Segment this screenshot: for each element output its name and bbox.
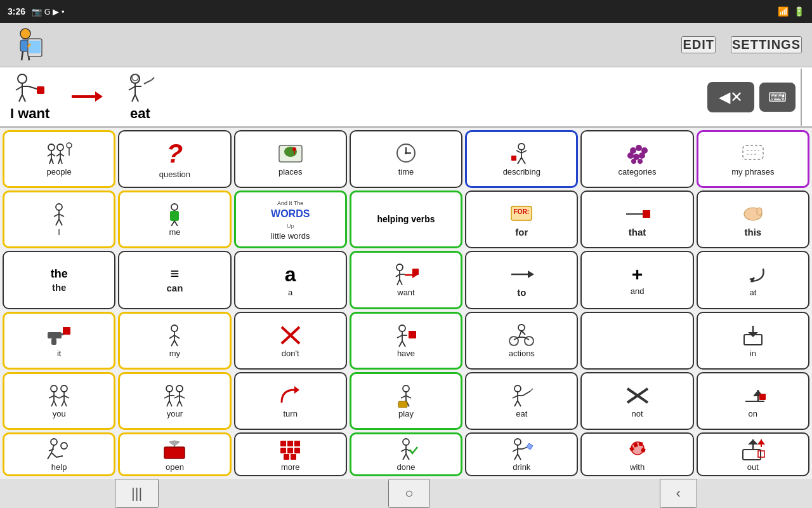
- cell-drink-label: drink: [513, 462, 530, 472]
- cell-i[interactable]: I: [3, 190, 115, 248]
- svg-line-102: [171, 340, 174, 346]
- cell-and[interactable]: + and: [580, 251, 693, 309]
- svg-line-22: [135, 95, 138, 102]
- cell-play[interactable]: play: [350, 372, 462, 430]
- cell-have-label: have: [397, 349, 415, 358]
- svg-line-108: [397, 335, 402, 338]
- cell-dont[interactable]: don't: [234, 312, 347, 370]
- cell-eat-label: eat: [516, 409, 527, 418]
- cell-a[interactable]: a a: [234, 251, 347, 309]
- back-button[interactable]: ‹: [660, 479, 697, 508]
- svg-point-66: [56, 204, 62, 210]
- cell-in[interactable]: in: [697, 312, 809, 370]
- cell-my[interactable]: my: [118, 312, 231, 370]
- svg-rect-5: [29, 41, 41, 53]
- svg-line-53: [521, 157, 525, 164]
- svg-line-35: [60, 154, 64, 156]
- edit-button[interactable]: EDIT: [681, 36, 716, 53]
- svg-line-196: [513, 449, 518, 451]
- svg-line-135: [64, 401, 67, 406]
- svg-point-136: [166, 385, 173, 392]
- cell-for[interactable]: FOR: for: [465, 190, 578, 248]
- cell-more-label: more: [281, 462, 300, 472]
- svg-point-23: [132, 74, 138, 81]
- svg-line-21: [132, 95, 135, 102]
- right-status-icons: 📶 🔋: [778, 6, 804, 17]
- svg-marker-209: [748, 439, 758, 444]
- svg-line-140: [167, 401, 169, 406]
- cell-describing[interactable]: describing: [465, 130, 578, 188]
- delete-button[interactable]: ◀✕: [707, 82, 754, 112]
- cell-this-label: this: [745, 227, 762, 237]
- keyboard-button[interactable]: ⌨: [759, 83, 796, 112]
- cell-turn[interactable]: turn: [234, 372, 347, 430]
- cell-open[interactable]: open: [118, 432, 231, 476]
- svg-point-60: [639, 152, 645, 159]
- sentence-text-3: eat: [130, 105, 150, 122]
- cell-for-label: for: [515, 227, 528, 237]
- svg-line-198: [514, 454, 518, 460]
- cell-actions[interactable]: actions: [465, 312, 578, 370]
- cell-question[interactable]: ? question: [118, 130, 231, 188]
- settings-button[interactable]: SETTINGS: [731, 36, 802, 53]
- svg-line-147: [180, 401, 182, 406]
- cell-the[interactable]: the the: [3, 251, 115, 309]
- cell-people[interactable]: people: [3, 130, 115, 188]
- cell-people-label: people: [47, 167, 72, 177]
- sentence-bar: I want eat ◀✕ ⌨: [0, 67, 812, 128]
- cell-out[interactable]: out: [697, 432, 809, 476]
- svg-line-120: [521, 331, 525, 335]
- cell-time-label: time: [398, 167, 414, 177]
- svg-line-87: [400, 279, 402, 285]
- svg-line-141: [169, 401, 172, 406]
- home-button[interactable]: ○: [388, 479, 429, 508]
- cell-little-words[interactable]: And It The WORDS Up little words: [234, 190, 347, 248]
- cell-it[interactable]: it: [3, 312, 115, 370]
- svg-rect-95: [51, 338, 56, 345]
- cell-this[interactable]: this: [697, 190, 809, 248]
- svg-rect-90: [412, 269, 419, 275]
- cell-want[interactable]: want: [350, 251, 462, 309]
- cell-done[interactable]: done: [350, 432, 462, 476]
- cell-on[interactable]: on: [697, 372, 809, 430]
- recents-button[interactable]: |||: [115, 479, 159, 508]
- svg-marker-212: [757, 439, 765, 444]
- svg-rect-169: [759, 394, 766, 400]
- svg-line-37: [60, 158, 62, 164]
- cell-categories[interactable]: categories: [580, 130, 693, 188]
- svg-line-173: [48, 453, 51, 459]
- cell-help[interactable]: help: [3, 432, 115, 476]
- sentence-word-3[interactable]: eat: [122, 72, 157, 122]
- cell-me[interactable]: me: [118, 190, 231, 248]
- svg-rect-181: [287, 441, 293, 446]
- cell-not[interactable]: not: [580, 372, 693, 430]
- cell-to[interactable]: to: [465, 251, 578, 309]
- svg-point-0: [20, 29, 30, 39]
- cell-with[interactable]: with: [580, 432, 693, 476]
- cell-more[interactable]: more: [234, 432, 347, 476]
- little-words-text: And It The WORDS Up: [271, 198, 310, 230]
- svg-line-29: [51, 154, 55, 156]
- cell-my-phrases[interactable]: my phrases: [697, 130, 809, 188]
- svg-line-52: [518, 157, 521, 164]
- svg-line-129: [54, 401, 56, 406]
- nav-bar: ||| ○ ‹: [0, 479, 812, 508]
- svg-line-133: [64, 396, 69, 398]
- cell-that[interactable]: that: [580, 190, 693, 248]
- cell-you[interactable]: you: [3, 372, 115, 430]
- cell-drink[interactable]: drink: [465, 432, 578, 476]
- sentence-word-1[interactable]: I want: [10, 72, 49, 122]
- cell-at[interactable]: at: [697, 251, 809, 309]
- svg-point-130: [61, 385, 67, 392]
- cell-have[interactable]: have: [350, 312, 462, 370]
- cell-your-label: your: [167, 409, 183, 418]
- cell-can[interactable]: ≡ can: [118, 251, 231, 309]
- svg-marker-201: [527, 443, 533, 450]
- cell-want-label: want: [397, 288, 414, 297]
- cell-places[interactable]: places: [234, 130, 347, 188]
- svg-point-58: [627, 152, 634, 159]
- cell-your[interactable]: your: [118, 372, 231, 430]
- cell-eat[interactable]: eat: [465, 372, 578, 430]
- cell-helping-verbs[interactable]: helping verbs: [350, 190, 462, 248]
- cell-time[interactable]: time: [350, 130, 462, 188]
